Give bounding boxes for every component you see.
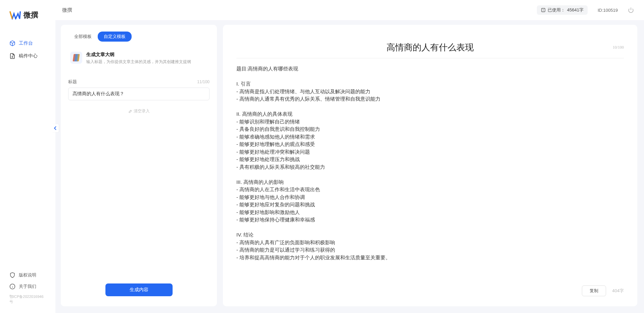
document-icon — [9, 53, 15, 59]
user-id: ID:100519 — [598, 8, 618, 13]
bottom-nav: 版权说明 关于我们 鄂ICP备2022016946号 — [0, 269, 55, 306]
panel-output: 高情商的人有什么表现 10/100 题目:高情商的人有哪些表现 I. 引言 - … — [223, 25, 637, 306]
text-icon: T — [541, 8, 546, 12]
topbar: 微撰 T 已使用： 45641字 ID:100519 — [55, 0, 644, 20]
usage-pill[interactable]: T 已使用： 45641字 — [537, 5, 588, 15]
icp-text: 鄂ICP备2022016946号 — [0, 292, 55, 306]
nav-item-label: 稿件中心 — [19, 53, 38, 59]
main: 全部模板 自定义模板 生成文章大纲 输入标题，为你提供文章主体的灵感，并为其创建… — [55, 20, 644, 313]
nav-item-drafts[interactable]: 稿件中心 — [0, 50, 55, 62]
copy-button[interactable]: 复制 — [582, 285, 606, 296]
field-label-row: 标题 11/100 — [68, 79, 210, 85]
title-input[interactable] — [68, 88, 210, 100]
eraser-icon — [128, 109, 132, 113]
logo[interactable]: 微撰 — [0, 10, 55, 37]
clear-button[interactable]: 清空录入 — [68, 108, 210, 114]
logo-icon — [9, 11, 21, 19]
nav-item-label: 版权说明 — [19, 272, 36, 278]
field-label: 标题 — [68, 79, 77, 85]
nav-list: 工作台 稿件中心 — [0, 37, 55, 269]
template-tabs: 全部模板 自定义模板 — [68, 32, 210, 42]
panel-input: 全部模板 自定义模板 生成文章大纲 输入标题，为你提供文章主体的灵感，并为其创建… — [61, 25, 217, 306]
generate-button[interactable]: 生成内容 — [105, 283, 173, 296]
nav-item-label: 关于我们 — [19, 283, 36, 290]
sidebar: 微撰 工作台 稿件中心 版权说明 关于我们 鄂ICP备2022016946号 — [0, 0, 55, 313]
shield-icon — [9, 272, 15, 278]
template-info: 生成文章大纲 输入标题，为你提供文章主体的灵感，并为其创建推文提纲 — [86, 52, 208, 65]
nav-item-about[interactable]: 关于我们 — [0, 281, 55, 292]
template-desc: 输入标题，为你提供文章主体的灵感，并为其创建推文提纲 — [86, 59, 208, 65]
power-icon[interactable] — [628, 7, 634, 13]
info-icon — [9, 283, 15, 290]
template-card[interactable]: 生成文章大纲 输入标题，为你提供文章主体的灵感，并为其创建推文提纲 — [68, 48, 210, 70]
nav-item-label: 工作台 — [19, 40, 33, 46]
tab-custom-templates[interactable]: 自定义模板 — [98, 32, 132, 42]
output-body: 题目:高情商的人有哪些表现 I. 引言 - 高情商是指人们处理情绪、与他人互动以… — [236, 65, 624, 261]
logo-text: 微撰 — [24, 10, 38, 20]
svg-text:T: T — [542, 9, 544, 12]
template-title: 生成文章大纲 — [86, 52, 208, 58]
cube-icon — [9, 40, 15, 46]
char-count: 11/100 — [197, 80, 210, 84]
output-title: 高情商的人有什么表现 10/100 — [236, 35, 624, 58]
nav-item-workspace[interactable]: 工作台 — [0, 37, 55, 50]
output-footer: 复制 404字 — [582, 285, 624, 296]
topbar-right: T 已使用： 45641字 ID:100519 — [537, 5, 634, 15]
topbar-title: 微撰 — [62, 7, 72, 13]
output-title-count: 10/100 — [613, 45, 624, 50]
nav-item-copyright[interactable]: 版权说明 — [0, 269, 55, 281]
tab-all-templates[interactable]: 全部模板 — [68, 32, 98, 42]
usage-value: 45641字 — [567, 7, 584, 13]
template-icon — [70, 52, 82, 64]
clear-label: 清空录入 — [134, 108, 150, 114]
word-count: 404字 — [612, 288, 624, 294]
usage-label: 已使用： — [548, 7, 565, 13]
output-divider — [236, 58, 624, 58]
